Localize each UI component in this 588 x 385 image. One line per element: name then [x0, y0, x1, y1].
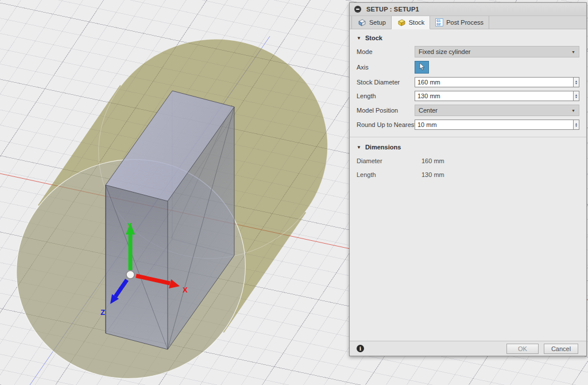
info-icon[interactable]: i: [357, 345, 364, 352]
stock-section-header[interactable]: ▼ Stock: [357, 34, 579, 42]
tab-setup[interactable]: Setup: [351, 16, 392, 29]
tab-bar: Setup Stock G1 G2: [350, 16, 586, 29]
wcs-origin-handle[interactable]: [126, 271, 134, 279]
length-readout-label: Length: [357, 171, 421, 178]
diameter-readout-value: 160 mm: [421, 157, 444, 164]
stock-diameter-input[interactable]: [415, 77, 573, 87]
length-input[interactable]: [415, 91, 573, 101]
tab-setup-label: Setup: [369, 19, 386, 26]
model-position-row: Model Position Center ▼: [357, 105, 579, 116]
spinner-down-icon[interactable]: ▼: [575, 82, 578, 85]
diameter-readout-label: Diameter: [357, 157, 421, 164]
post-process-icon: G1 G2: [435, 18, 443, 26]
collapse-triangle-icon: ▼: [357, 145, 361, 150]
dimensions-section-header[interactable]: ▼ Dimensions: [357, 143, 579, 151]
length-spin-buttons[interactable]: ▲ ▼: [573, 91, 579, 101]
mode-dropdown[interactable]: Fixed size cylinder ▼: [415, 46, 579, 57]
section-divider: [350, 137, 586, 137]
axis-row: Axis: [357, 61, 579, 74]
dialog-body: ▼ Stock Mode Fixed size cylinder ▼ Axis: [350, 29, 586, 178]
round-up-row: Round Up to Nearest ▲ ▼: [357, 120, 579, 130]
dialog-titlebar[interactable]: SETUP : SETUP1: [350, 3, 586, 16]
x-axis-label: X: [183, 286, 188, 294]
setup-dialog: SETUP : SETUP1 Setup: [349, 2, 587, 356]
cancel-button[interactable]: Cancel: [544, 344, 578, 354]
length-stepper: ▲ ▼: [415, 91, 579, 101]
length-label: Length: [357, 93, 415, 99]
tab-stock[interactable]: Stock: [392, 16, 431, 29]
chevron-down-icon: ▼: [571, 50, 575, 54]
cursor-icon: [419, 63, 425, 72]
y-axis-label: Y: [127, 221, 132, 230]
tab-stock-label: Stock: [409, 19, 425, 26]
model-position-label: Model Position: [357, 107, 415, 114]
chevron-down-icon: ▼: [571, 109, 575, 113]
round-up-label: Round Up to Nearest: [357, 121, 415, 128]
stock-section-title: Stock: [365, 34, 382, 41]
stock-diameter-spin-buttons[interactable]: ▲ ▼: [573, 77, 579, 87]
model-position-dropdown[interactable]: Center ▼: [415, 105, 579, 116]
dialog-footer: i OK Cancel: [350, 341, 586, 356]
tab-post-process[interactable]: G1 G2 Post Process: [430, 16, 489, 29]
mode-row: Mode Fixed size cylinder ▼: [357, 46, 579, 57]
collapse-triangle-icon: ▼: [357, 36, 361, 41]
svg-text:G2: G2: [436, 22, 440, 26]
ok-button[interactable]: OK: [506, 344, 539, 354]
length-readout-row: Length 130 mm: [357, 171, 579, 178]
stock-diameter-stepper: ▲ ▼: [415, 77, 579, 87]
spinner-down-icon[interactable]: ▼: [575, 125, 578, 128]
stock-diameter-row: Stock Diameter ▲ ▼: [357, 77, 579, 87]
model-position-value: Center: [419, 107, 571, 114]
tab-post-process-label: Post Process: [446, 19, 483, 26]
collapse-dialog-icon[interactable]: [354, 6, 361, 13]
axis-label: Axis: [357, 64, 415, 71]
round-up-stepper: ▲ ▼: [415, 120, 579, 130]
fusion-viewport: Y X Z SETUP : SETUP1 Setup: [0, 0, 588, 385]
dialog-title: SETUP : SETUP1: [366, 6, 419, 13]
round-up-input[interactable]: [415, 120, 573, 130]
z-axis-label: Z: [100, 308, 105, 317]
length-readout-value: 130 mm: [421, 171, 444, 178]
axis-select-button[interactable]: [415, 61, 429, 74]
mode-label: Mode: [357, 48, 415, 55]
round-up-spin-buttons[interactable]: ▲ ▼: [573, 120, 579, 130]
diameter-readout-row: Diameter 160 mm: [357, 157, 579, 164]
setup-cube-icon: [357, 18, 366, 27]
length-row: Length ▲ ▼: [357, 91, 579, 101]
dimensions-section-title: Dimensions: [365, 144, 401, 151]
stock-diameter-label: Stock Diameter: [357, 79, 415, 86]
mode-value: Fixed size cylinder: [419, 48, 571, 55]
stock-cube-icon: [397, 18, 406, 27]
spinner-down-icon[interactable]: ▼: [575, 96, 578, 99]
